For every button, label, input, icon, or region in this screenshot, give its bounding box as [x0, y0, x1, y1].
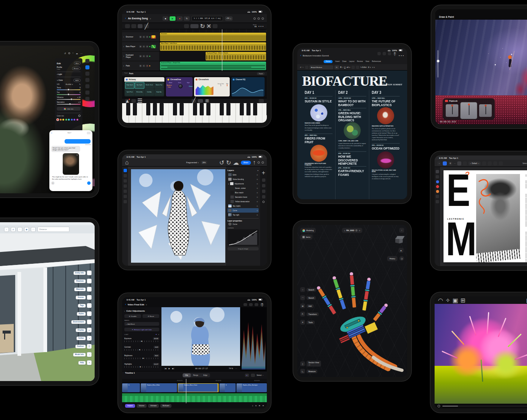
- lock-icon[interactable]: ◠: [438, 297, 443, 304]
- red-pen-tool[interactable]: [435, 184, 439, 188]
- back-icon[interactable]: ‹: [125, 303, 126, 306]
- clip[interactable]: S: [219, 383, 236, 392]
- share-button[interactable]: Share: [241, 161, 251, 165]
- settings-icon[interactable]: ✱: [24, 227, 29, 232]
- layer-row[interactable]: Edits⊙: [228, 173, 259, 177]
- italic-button[interactable]: I: [343, 66, 343, 68]
- rotate-icon[interactable]: [482, 161, 486, 165]
- panel-button-entity-info[interactable]: Entity Info: [73, 270, 92, 275]
- undo-icon[interactable]: ↺: [11, 227, 16, 232]
- blue-swatch-tool[interactable]: [436, 180, 439, 183]
- more-icon[interactable]: ⋯: [80, 52, 82, 55]
- orange-pen-tool[interactable]: [436, 190, 439, 193]
- settings-icon[interactable]: [253, 17, 256, 20]
- text-color-icon[interactable]: [356, 66, 359, 69]
- mute-button[interactable]: M: [139, 45, 142, 48]
- gravity-icon[interactable]: ▲: [399, 248, 403, 253]
- clip[interactable]: S: [122, 383, 140, 392]
- export-icon[interactable]: ↑: [260, 303, 264, 306]
- eye-icon[interactable]: ⊙: [256, 214, 258, 216]
- numbered-list-button[interactable]: ≡ ∨: [372, 66, 375, 68]
- share-icon[interactable]: ↑: [72, 52, 73, 54]
- shape-tool-icon[interactable]: [124, 190, 127, 193]
- font-family-select[interactable]: Antipol Medium: [310, 65, 333, 69]
- playback-scrubber[interactable]: [442, 406, 527, 407]
- play-button[interactable]: ▶: [170, 16, 176, 21]
- layer-row[interactable]: Top right⊙: [228, 213, 259, 217]
- edit-icon-selected[interactable]: [85, 65, 89, 69]
- copy-icon[interactable]: [184, 24, 189, 28]
- tool-add[interactable]: ⊞Add: [300, 303, 314, 308]
- solo-button[interactable]: S: [143, 55, 145, 58]
- select-menu[interactable]: Select ⋯: [257, 374, 264, 376]
- clip-selected[interactable]: Skyline_Blue_Close: [178, 383, 219, 392]
- more-icon[interactable]: ⋯: [235, 367, 237, 370]
- tab-home[interactable]: Home: [324, 60, 333, 63]
- panel-button-materials[interactable]: Materials: [74, 287, 92, 292]
- flipbook-frame[interactable]: [479, 104, 492, 117]
- select-tool-icon[interactable]: [436, 170, 439, 173]
- brush-tool-icon[interactable]: [124, 179, 127, 183]
- highlight-icon[interactable]: [351, 66, 355, 69]
- alchemy-pad[interactable]: Bright Arp: [154, 89, 164, 96]
- panel-button-shadows[interactable]: Shadows: [74, 279, 92, 283]
- versions-icon[interactable]: [85, 97, 89, 101]
- layer-row[interactable]: Sweat...ooster⊙: [228, 186, 259, 190]
- eyedropper-icon[interactable]: ✎: [79, 83, 81, 85]
- eye-icon[interactable]: ⊙: [256, 187, 258, 189]
- lens-icon[interactable]: [85, 91, 89, 95]
- more-icon[interactable]: ⋯: [398, 52, 404, 59]
- home-icon[interactable]: ⌂: [125, 159, 129, 166]
- cloud-icon[interactable]: ☁: [233, 159, 239, 166]
- tab-layout[interactable]: Layout: [349, 60, 354, 62]
- record-enable-button[interactable]: R: [146, 65, 148, 67]
- panel-button-model-info[interactable]: Model Infoⅈ: [73, 352, 92, 357]
- metronome-icon[interactable]: ▴: [125, 99, 130, 103]
- tab-references[interactable]: References: [372, 60, 381, 62]
- inspector-track-tab[interactable]: Track: [257, 72, 265, 75]
- sketchup-viewport[interactable]: Entity Info Shadows Materials Scenes Tag…: [0, 233, 95, 381]
- viewer[interactable]: [161, 307, 240, 366]
- alchemy-pad[interactable]: Bright Synth: [125, 82, 134, 89]
- tool-search[interactable]: ○Search: [300, 287, 316, 292]
- comment-icon[interactable]: [262, 195, 265, 198]
- flipbook-frame-current[interactable]: [461, 102, 477, 119]
- export-icon[interactable]: ↑: [17, 227, 22, 232]
- animate-button[interactable]: Animate: [148, 404, 159, 408]
- back-icon[interactable]: ‹: [4, 227, 9, 232]
- select-menu[interactable]: Select: [523, 163, 527, 164]
- tint-slider[interactable]: Tint0: [57, 92, 81, 95]
- presets-icon[interactable]: [85, 59, 89, 63]
- tool-sketch[interactable]: ◠Sketch: [300, 295, 316, 300]
- zoom-level[interactable]: 26%: [201, 161, 207, 164]
- eye-icon[interactable]: ⊙: [256, 201, 258, 203]
- edit-mode-segmented[interactable]: Clip Range Edge: [183, 373, 210, 377]
- text-style-button[interactable]: aA ∨: [347, 66, 350, 68]
- title-chevron-icon[interactable]: ∨: [150, 17, 151, 20]
- eye-icon[interactable]: ⊙: [256, 192, 258, 194]
- zoom-tool-icon[interactable]: [124, 200, 127, 203]
- scene-icon[interactable]: ✧: [445, 297, 450, 304]
- inspect-button[interactable]: Inspect: [125, 404, 135, 408]
- saturation-slider[interactable]: Saturation+ 2: [57, 101, 81, 105]
- plugin-alchemy[interactable]: Alchemy Bright Synth Epic Synth Metallic…: [124, 77, 164, 96]
- model-value[interactable]: Modern Tube: [166, 85, 173, 88]
- undo-icon[interactable]: ↺: [219, 159, 224, 166]
- plugin-chromaglow[interactable]: ChromaGlow ModelDriveStyle Modern Tube C…: [166, 77, 193, 96]
- tab-insert[interactable]: Insert: [335, 60, 340, 62]
- eye-icon[interactable]: ⊙: [256, 174, 258, 176]
- layer-row[interactable]: Blue match⊙: [228, 190, 259, 195]
- track-lane-pads[interactable]: Keyboard Player - Simple Pad: [159, 61, 267, 71]
- browser-icon[interactable]: [125, 24, 130, 28]
- playhead[interactable]: [222, 29, 222, 71]
- move-tool-selected[interactable]: [124, 169, 127, 172]
- tab-review[interactable]: Review: [357, 60, 363, 62]
- contrast-slider[interactable]: Contrast4.41 ◆: [124, 346, 159, 352]
- add-attachment-button[interactable]: +: [51, 181, 55, 185]
- track-lane-drummer[interactable]: Drummer: [159, 32, 267, 42]
- layer-row[interactable]: Sky (right)⊙: [228, 204, 259, 208]
- panel-button-tags[interactable]: Tags: [78, 303, 92, 308]
- wb-select[interactable]: As shot ∨: [66, 83, 73, 85]
- tab-view[interactable]: View: [366, 60, 369, 62]
- flipbook-frame[interactable]: [446, 104, 458, 117]
